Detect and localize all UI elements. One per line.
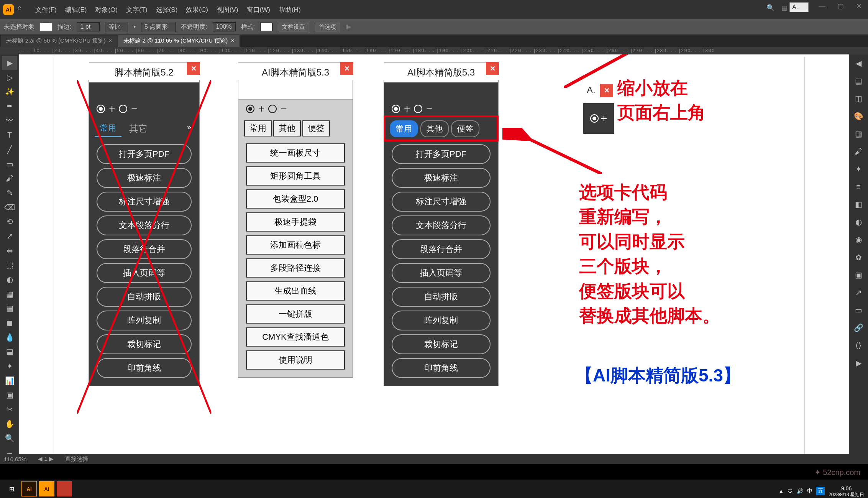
tab-bianqian-53l[interactable]: 便签 [302,120,330,136]
script-btn[interactable]: 段落行合并 [97,239,192,259]
script-btn[interactable]: 裁切标记 [392,334,491,354]
maximize-button[interactable]: ▢ [831,0,850,12]
script-btn[interactable]: 极速标注 [97,168,192,188]
color-panel-icon[interactable]: 🎨 [851,109,866,123]
free-transform-icon[interactable]: ⬚ [2,258,17,272]
taskbar-ai-icon-2[interactable]: Ai [39,481,54,496]
menu-view[interactable]: 视图(V) [217,5,238,14]
script-btn[interactable]: 插入页码等 [392,263,491,283]
script-btn[interactable]: 插入页码等 [97,263,192,283]
doc-setup-button[interactable]: 文档设置 [278,22,309,32]
script-btn[interactable]: 自动拼版 [392,287,491,307]
uniform-select[interactable]: 等比 [105,22,128,32]
links-panel-icon[interactable]: 🔗 [851,320,866,335]
menu-file[interactable]: 文件(F) [35,5,57,14]
zoom-level[interactable]: 110.65% [4,456,26,462]
tab-qita-52[interactable]: 其它 [124,120,153,137]
symbol-tool-icon[interactable]: ✦ [2,359,17,373]
radio-off-icon[interactable] [268,105,277,113]
script-btn[interactable]: 多段路径连接 [246,258,345,278]
radio-off-icon[interactable] [414,105,422,113]
radio-on-icon[interactable] [392,105,400,113]
menu-type[interactable]: 文字(T) [126,5,148,14]
arrange-icon[interactable]: ▦ [781,4,788,12]
script-btn[interactable]: 极速标注 [392,168,491,188]
minimize-button[interactable]: — [813,0,831,12]
appearance-panel-icon[interactable]: ◉ [851,232,866,247]
play-icon[interactable]: ▶ [851,356,866,370]
artboards-panel-icon[interactable]: ▭ [851,303,866,317]
script-mini-docked[interactable]: A. [789,2,809,12]
script-btn[interactable]: 标注尺寸增强 [97,192,192,212]
eraser-tool-icon[interactable]: ⌫ [2,201,17,214]
zoom-tool-icon[interactable]: 🔍 [2,431,17,445]
layers-panel-icon[interactable]: ▣ [851,268,866,282]
tab-qita-53l[interactable]: 其他 [273,120,301,136]
script-btn[interactable]: 阵列复制 [392,311,491,330]
script-btn[interactable]: CMYK查找潘通色 [246,327,345,347]
artboard-tool-icon[interactable]: ▣ [2,388,17,402]
tray-icon[interactable]: ▲ [778,488,784,494]
shape-builder-icon[interactable]: ◐ [2,273,17,286]
blend-tool-icon[interactable]: ⬓ [2,345,17,358]
transparency-panel-icon[interactable]: ◐ [851,215,866,229]
script-btn[interactable]: 打开多页PDF [97,144,192,164]
panel-52-close[interactable]: ✕ [187,62,200,75]
tray-icon[interactable]: 🛡 [788,488,793,494]
css-panel-icon[interactable]: ⟨⟩ [851,338,866,353]
menu-effect[interactable]: 效果(C) [186,5,208,14]
libraries-panel-icon[interactable]: ◫ [851,91,866,106]
graphic-styles-icon[interactable]: ✿ [851,250,866,265]
tray-icon[interactable]: 五 [816,487,825,495]
doc-tab-1[interactable]: 未标题-2.ai @ 50 % (CMYK/CPU 预览) × [1,35,118,47]
panel-53l-close[interactable]: ✕ [340,62,353,75]
type-tool-icon[interactable]: T [2,128,17,142]
script-btn[interactable]: 段落行合并 [392,239,491,259]
menu-edit[interactable]: 编辑(E) [65,5,87,14]
eyedropper-tool-icon[interactable]: 💧 [2,330,17,344]
stroke-panel-icon[interactable]: ≡ [851,179,866,194]
rectangle-tool-icon[interactable]: ▭ [2,157,17,171]
menu-help[interactable]: 帮助(H) [279,5,301,14]
search-icon[interactable]: 🔍 [766,4,774,12]
script-btn[interactable]: 统一画板尺寸 [246,143,345,163]
taskbar-app-icon[interactable] [57,481,72,496]
start-button[interactable]: ⊞ [4,481,19,496]
menu-select[interactable]: 选择(S) [156,5,178,14]
line-tool-icon[interactable]: ╱ [2,143,17,156]
brush-select[interactable]: 5 点圆形 [141,22,176,32]
stroke-weight-input[interactable]: 1 pt [77,22,100,31]
align-icon[interactable]: ⊫ [346,23,351,31]
menu-window[interactable]: 窗口(W) [247,5,270,14]
tray-icon[interactable]: 🔊 [797,488,803,494]
script-btn[interactable]: 自动拼版 [97,287,192,307]
rotate-tool-icon[interactable]: ⟲ [2,215,17,228]
width-tool-icon[interactable]: ⇔ [2,244,17,258]
tab-changyong-53l[interactable]: 常用 [244,120,272,136]
close-button[interactable]: ✕ [850,0,868,12]
wand-tool-icon[interactable]: ✨ [2,85,17,99]
taskbar-ai-icon[interactable]: Ai [21,481,37,496]
style-swatch[interactable] [260,23,272,31]
fill-swatch[interactable] [40,23,52,31]
script-btn[interactable]: 一键拼版 [246,304,345,324]
script-btn[interactable]: 裁切标记 [97,334,192,354]
script-btn[interactable]: 阵列复制 [97,311,192,330]
swatches-panel-icon[interactable]: ▦ [851,127,866,141]
script-btn[interactable]: 矩形圆角工具 [246,166,345,186]
script-btn[interactable]: 打开多页PDF [392,144,491,164]
script-btn[interactable]: 添加画稿色标 [246,235,345,255]
radio-on-icon[interactable] [97,105,105,113]
radio-on-icon[interactable] [246,105,254,113]
artboard-nav[interactable]: ◀ 1 ▶ [38,455,54,462]
slice-tool-icon[interactable]: ✂ [2,403,17,416]
tray-ime-icon[interactable]: 中 [807,488,812,495]
brush-tool-icon[interactable]: 🖌 [2,171,17,185]
mesh-tool-icon[interactable]: ▤ [2,301,17,315]
radio-off-icon[interactable] [119,105,127,113]
script-btn[interactable]: 印前角线 [392,358,491,378]
menu-object[interactable]: 对象(O) [95,5,118,14]
gradient-tool-icon[interactable]: ◼ [2,316,17,330]
tab-changyong-52[interactable]: 常用 [95,120,121,137]
script-btn[interactable]: 极速手提袋 [246,212,345,232]
